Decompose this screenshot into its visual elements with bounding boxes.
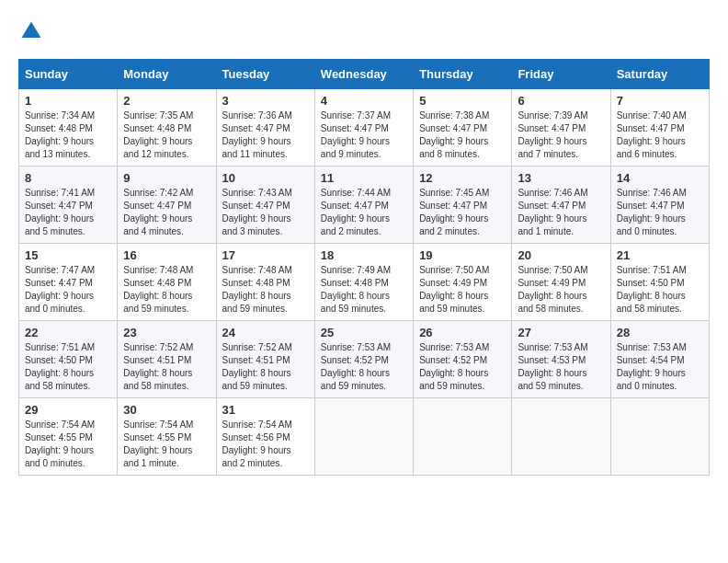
calendar: SundayMondayTuesdayWednesdayThursdayFrid… bbox=[18, 59, 710, 476]
day-of-week-header: Saturday bbox=[610, 60, 709, 89]
calendar-cell: 28Sunrise: 7:53 AMSunset: 4:54 PMDayligh… bbox=[610, 321, 709, 398]
calendar-week-row: 8Sunrise: 7:41 AMSunset: 4:47 PMDaylight… bbox=[19, 167, 710, 244]
day-info: Sunrise: 7:46 AMSunset: 4:47 PMDaylight:… bbox=[518, 187, 604, 238]
calendar-week-row: 22Sunrise: 7:51 AMSunset: 4:50 PMDayligh… bbox=[19, 321, 710, 398]
calendar-cell: 24Sunrise: 7:52 AMSunset: 4:51 PMDayligh… bbox=[216, 321, 314, 398]
calendar-week-row: 1Sunrise: 7:34 AMSunset: 4:48 PMDaylight… bbox=[19, 89, 710, 167]
svg-rect-1 bbox=[27, 33, 37, 38]
calendar-cell: 22Sunrise: 7:51 AMSunset: 4:50 PMDayligh… bbox=[19, 321, 118, 398]
logo-icon bbox=[18, 18, 44, 44]
calendar-cell: 18Sunrise: 7:49 AMSunset: 4:48 PMDayligh… bbox=[314, 244, 413, 321]
calendar-cell: 14Sunrise: 7:46 AMSunset: 4:47 PMDayligh… bbox=[610, 167, 709, 244]
day-number: 29 bbox=[25, 403, 111, 417]
day-number: 28 bbox=[617, 326, 703, 339]
day-number: 26 bbox=[419, 326, 506, 339]
day-info: Sunrise: 7:48 AMSunset: 4:48 PMDaylight:… bbox=[222, 264, 309, 316]
day-number: 8 bbox=[25, 171, 111, 185]
calendar-cell bbox=[512, 398, 610, 476]
calendar-cell bbox=[610, 398, 709, 476]
day-number: 14 bbox=[617, 171, 703, 185]
calendar-cell: 17Sunrise: 7:48 AMSunset: 4:48 PMDayligh… bbox=[216, 244, 314, 321]
calendar-cell: 10Sunrise: 7:43 AMSunset: 4:47 PMDayligh… bbox=[216, 167, 314, 244]
day-info: Sunrise: 7:50 AMSunset: 4:49 PMDaylight:… bbox=[518, 264, 604, 316]
day-info: Sunrise: 7:49 AMSunset: 4:48 PMDaylight:… bbox=[321, 264, 407, 316]
calendar-cell bbox=[314, 398, 413, 476]
calendar-cell: 13Sunrise: 7:46 AMSunset: 4:47 PMDayligh… bbox=[512, 167, 610, 244]
day-info: Sunrise: 7:53 AMSunset: 4:53 PMDaylight:… bbox=[518, 341, 604, 393]
day-number: 27 bbox=[518, 326, 604, 339]
day-number: 3 bbox=[222, 94, 309, 108]
day-number: 30 bbox=[123, 403, 210, 417]
day-number: 17 bbox=[222, 248, 309, 262]
day-info: Sunrise: 7:46 AMSunset: 4:47 PMDaylight:… bbox=[617, 187, 703, 238]
day-number: 18 bbox=[321, 248, 407, 262]
day-info: Sunrise: 7:50 AMSunset: 4:49 PMDaylight:… bbox=[419, 264, 506, 316]
calendar-cell: 29Sunrise: 7:54 AMSunset: 4:55 PMDayligh… bbox=[19, 398, 118, 476]
calendar-cell: 6Sunrise: 7:39 AMSunset: 4:47 PMDaylight… bbox=[512, 89, 610, 167]
day-info: Sunrise: 7:53 AMSunset: 4:54 PMDaylight:… bbox=[617, 341, 703, 393]
day-number: 24 bbox=[222, 326, 309, 339]
calendar-cell: 12Sunrise: 7:45 AMSunset: 4:47 PMDayligh… bbox=[414, 167, 512, 244]
calendar-week-row: 15Sunrise: 7:47 AMSunset: 4:47 PMDayligh… bbox=[19, 244, 710, 321]
calendar-cell: 4Sunrise: 7:37 AMSunset: 4:47 PMDaylight… bbox=[314, 89, 413, 167]
day-info: Sunrise: 7:48 AMSunset: 4:48 PMDaylight:… bbox=[123, 264, 210, 316]
day-number: 31 bbox=[222, 403, 309, 417]
calendar-cell: 31Sunrise: 7:54 AMSunset: 4:56 PMDayligh… bbox=[216, 398, 314, 476]
calendar-cell: 25Sunrise: 7:53 AMSunset: 4:52 PMDayligh… bbox=[314, 321, 413, 398]
day-of-week-header: Friday bbox=[512, 60, 610, 89]
day-info: Sunrise: 7:54 AMSunset: 4:55 PMDaylight:… bbox=[123, 419, 210, 470]
day-of-week-header: Sunday bbox=[19, 60, 118, 89]
calendar-cell bbox=[414, 398, 512, 476]
day-number: 21 bbox=[617, 248, 703, 262]
calendar-cell: 30Sunrise: 7:54 AMSunset: 4:55 PMDayligh… bbox=[118, 398, 216, 476]
day-number: 22 bbox=[25, 326, 111, 339]
day-info: Sunrise: 7:52 AMSunset: 4:51 PMDaylight:… bbox=[222, 341, 309, 393]
day-number: 1 bbox=[25, 94, 111, 108]
day-number: 23 bbox=[123, 326, 210, 339]
day-number: 10 bbox=[222, 171, 309, 185]
day-info: Sunrise: 7:42 AMSunset: 4:47 PMDaylight:… bbox=[123, 187, 210, 238]
day-number: 11 bbox=[321, 171, 407, 185]
day-info: Sunrise: 7:45 AMSunset: 4:47 PMDaylight:… bbox=[419, 187, 506, 238]
calendar-cell: 9Sunrise: 7:42 AMSunset: 4:47 PMDaylight… bbox=[118, 167, 216, 244]
calendar-cell: 8Sunrise: 7:41 AMSunset: 4:47 PMDaylight… bbox=[19, 167, 118, 244]
day-number: 16 bbox=[123, 248, 210, 262]
day-info: Sunrise: 7:36 AMSunset: 4:47 PMDaylight:… bbox=[222, 109, 309, 161]
calendar-cell: 27Sunrise: 7:53 AMSunset: 4:53 PMDayligh… bbox=[512, 321, 610, 398]
day-info: Sunrise: 7:53 AMSunset: 4:52 PMDaylight:… bbox=[419, 341, 506, 393]
calendar-body: 1Sunrise: 7:34 AMSunset: 4:48 PMDaylight… bbox=[19, 89, 710, 476]
day-info: Sunrise: 7:39 AMSunset: 4:47 PMDaylight:… bbox=[518, 109, 604, 161]
logo bbox=[18, 18, 48, 44]
day-info: Sunrise: 7:41 AMSunset: 4:47 PMDaylight:… bbox=[25, 187, 111, 238]
day-info: Sunrise: 7:40 AMSunset: 4:47 PMDaylight:… bbox=[617, 109, 703, 161]
day-of-week-header: Monday bbox=[118, 60, 216, 89]
day-info: Sunrise: 7:34 AMSunset: 4:48 PMDaylight:… bbox=[25, 109, 111, 161]
day-info: Sunrise: 7:51 AMSunset: 4:50 PMDaylight:… bbox=[617, 264, 703, 316]
calendar-cell: 11Sunrise: 7:44 AMSunset: 4:47 PMDayligh… bbox=[314, 167, 413, 244]
calendar-cell: 16Sunrise: 7:48 AMSunset: 4:48 PMDayligh… bbox=[118, 244, 216, 321]
calendar-cell: 19Sunrise: 7:50 AMSunset: 4:49 PMDayligh… bbox=[414, 244, 512, 321]
header bbox=[18, 18, 710, 44]
day-info: Sunrise: 7:51 AMSunset: 4:50 PMDaylight:… bbox=[25, 341, 111, 393]
day-number: 6 bbox=[518, 94, 604, 108]
day-number: 7 bbox=[617, 94, 703, 108]
day-info: Sunrise: 7:35 AMSunset: 4:48 PMDaylight:… bbox=[123, 109, 210, 161]
calendar-cell: 23Sunrise: 7:52 AMSunset: 4:51 PMDayligh… bbox=[118, 321, 216, 398]
calendar-cell: 3Sunrise: 7:36 AMSunset: 4:47 PMDaylight… bbox=[216, 89, 314, 167]
day-info: Sunrise: 7:44 AMSunset: 4:47 PMDaylight:… bbox=[321, 187, 407, 238]
calendar-cell: 5Sunrise: 7:38 AMSunset: 4:47 PMDaylight… bbox=[414, 89, 512, 167]
calendar-cell: 2Sunrise: 7:35 AMSunset: 4:48 PMDaylight… bbox=[118, 89, 216, 167]
calendar-week-row: 29Sunrise: 7:54 AMSunset: 4:55 PMDayligh… bbox=[19, 398, 710, 476]
day-number: 20 bbox=[518, 248, 604, 262]
day-number: 19 bbox=[419, 248, 506, 262]
day-info: Sunrise: 7:54 AMSunset: 4:55 PMDaylight:… bbox=[25, 419, 111, 470]
day-info: Sunrise: 7:52 AMSunset: 4:51 PMDaylight:… bbox=[123, 341, 210, 393]
calendar-cell: 21Sunrise: 7:51 AMSunset: 4:50 PMDayligh… bbox=[610, 244, 709, 321]
day-info: Sunrise: 7:53 AMSunset: 4:52 PMDaylight:… bbox=[321, 341, 407, 393]
day-of-week-row: SundayMondayTuesdayWednesdayThursdayFrid… bbox=[19, 60, 710, 89]
day-info: Sunrise: 7:37 AMSunset: 4:47 PMDaylight:… bbox=[321, 109, 407, 161]
day-of-week-header: Wednesday bbox=[314, 60, 413, 89]
day-number: 25 bbox=[321, 326, 407, 339]
day-info: Sunrise: 7:43 AMSunset: 4:47 PMDaylight:… bbox=[222, 187, 309, 238]
day-info: Sunrise: 7:54 AMSunset: 4:56 PMDaylight:… bbox=[222, 419, 309, 470]
